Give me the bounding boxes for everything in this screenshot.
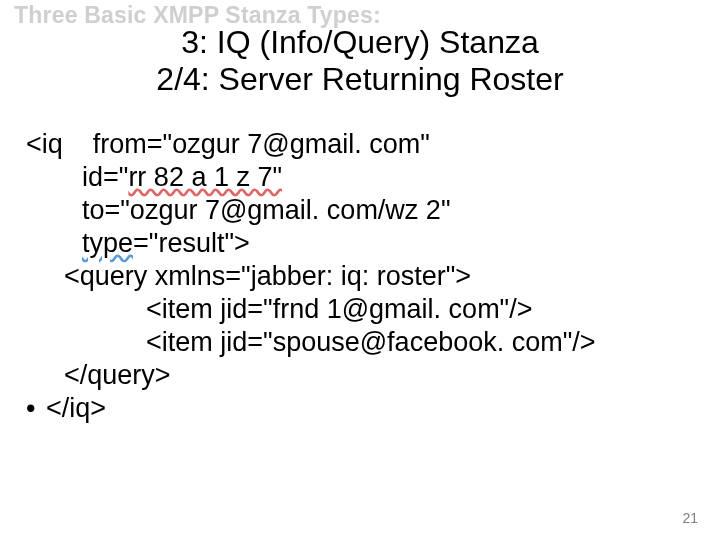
attr-type-rest: ="result"> (133, 228, 250, 258)
code-line-5: <query xmlns="jabber: iq: roster"> (26, 260, 696, 293)
code-line-2: id="rr 82 a 1 z 7" (26, 161, 696, 194)
item-2: <item jid="spouse@facebook. com"/> (146, 327, 596, 357)
slide: Three Basic XMPP Stanza Types: 3: IQ (In… (0, 0, 720, 540)
bullet-dot: • (26, 392, 46, 425)
query-close: </query> (64, 360, 171, 390)
code-block: <iq from="ozgur 7@gmail. com" id="rr 82 … (26, 128, 696, 424)
attr-id-prefix: id=" (82, 162, 128, 192)
code-line-3: to="ozgur 7@gmail. com/wz 2" (26, 194, 696, 227)
attr-to: to="ozgur 7@gmail. com/wz 2" (82, 195, 450, 225)
code-line-4: type="result"> (26, 227, 696, 260)
attr-id-value: rr 82 a 1 z 7" (128, 162, 282, 192)
code-line-8: </query> (26, 359, 696, 392)
code-line-6: <item jid="frnd 1@gmail. com"/> (26, 293, 696, 326)
slide-title: 3: IQ (Info/Query) Stanza 2/4: Server Re… (0, 24, 720, 98)
page-number: 21 (682, 510, 698, 526)
query-open: <query xmlns="jabber: iq: roster"> (64, 261, 471, 291)
title-line-2: 2/4: Server Returning Roster (0, 61, 720, 98)
code-line-1: <iq from="ozgur 7@gmail. com" (26, 128, 696, 161)
iq-close-tag: </iq> (46, 392, 106, 425)
attr-from: from="ozgur 7@gmail. com" (93, 129, 430, 159)
code-line-9: • </iq> (26, 392, 696, 425)
iq-open-tag: <iq (26, 129, 63, 159)
attr-type-key: type (82, 228, 133, 258)
title-line-1: 3: IQ (Info/Query) Stanza (0, 24, 720, 61)
code-line-7: <item jid="spouse@facebook. com"/> (26, 326, 696, 359)
item-1: <item jid="frnd 1@gmail. com"/> (146, 294, 532, 324)
